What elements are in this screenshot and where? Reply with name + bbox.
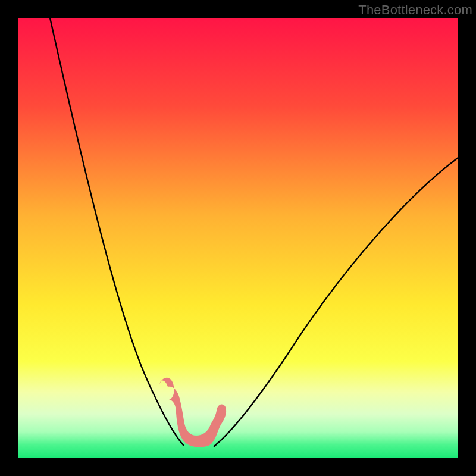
chart-frame: TheBottleneck.com — [0, 0, 476, 476]
gradient-background — [18, 18, 458, 458]
chart-svg — [18, 18, 458, 458]
watermark-text: TheBottleneck.com — [358, 2, 472, 18]
plot-area — [18, 18, 458, 458]
